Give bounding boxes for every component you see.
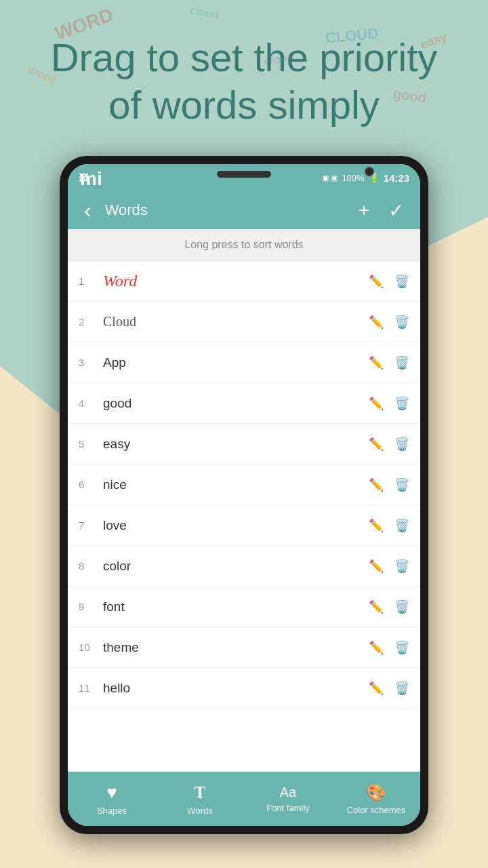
- word-actions: ✏️ 🗑️: [369, 396, 409, 411]
- delete-icon[interactable]: 🗑️: [394, 396, 409, 411]
- edit-icon[interactable]: ✏️: [369, 599, 384, 614]
- word-number: 7: [79, 519, 103, 531]
- word-number: 5: [79, 438, 103, 450]
- mi-logo: mi: [80, 168, 102, 190]
- word-text: love: [103, 518, 369, 533]
- word-actions: ✏️ 🗑️: [369, 355, 409, 370]
- confirm-button[interactable]: ✓: [383, 197, 409, 224]
- word-actions: ✏️ 🗑️: [369, 477, 409, 492]
- word-actions: ✏️ 🗑️: [369, 518, 409, 533]
- word-list-item: 10 theme ✏️ 🗑️: [68, 627, 420, 668]
- word-list-item: 1 Word ✏️ 🗑️: [68, 261, 420, 302]
- delete-icon[interactable]: 🗑️: [394, 518, 409, 533]
- word-actions: ✏️ 🗑️: [369, 681, 409, 696]
- word-list-item: 7 love ✏️ 🗑️: [68, 505, 420, 546]
- toolbar: ‹ Words + ✓: [68, 191, 420, 229]
- nav-label-words: Words: [187, 806, 212, 816]
- add-button[interactable]: +: [353, 197, 375, 224]
- edit-icon[interactable]: ✏️: [369, 274, 384, 289]
- delete-icon[interactable]: 🗑️: [394, 599, 409, 614]
- edit-icon[interactable]: ✏️: [369, 437, 384, 452]
- edit-icon[interactable]: ✏️: [369, 681, 384, 696]
- delete-icon[interactable]: 🗑️: [394, 640, 409, 655]
- word-number: 4: [79, 397, 103, 409]
- word-actions: ✏️ 🗑️: [369, 437, 409, 452]
- edit-icon[interactable]: ✏️: [369, 518, 384, 533]
- word-actions: ✏️ 🗑️: [369, 315, 409, 330]
- word-actions: ✏️ 🗑️: [369, 599, 409, 614]
- nav-item-words[interactable]: T Words: [156, 772, 244, 826]
- headline-line2: of words simply: [108, 83, 380, 127]
- word-list: 1 Word ✏️ 🗑️ 2 Cloud ✏️ 🗑️ 3 App ✏️ 🗑️ 4…: [68, 261, 420, 772]
- word-text: font: [103, 599, 369, 614]
- edit-icon[interactable]: ✏️: [369, 315, 384, 330]
- headline: Drag to set the priority of words simply: [0, 34, 488, 128]
- battery-percent: 100%: [342, 173, 364, 183]
- word-list-item: 8 color ✏️ 🗑️: [68, 546, 420, 587]
- clock: 14:23: [384, 172, 409, 184]
- shapes-icon: ♥: [106, 782, 117, 803]
- word-number: 1: [79, 275, 103, 287]
- word-actions: ✏️ 🗑️: [369, 559, 409, 574]
- toolbar-title: Words: [105, 201, 345, 219]
- nav-label-font_family: Font family: [266, 803, 310, 813]
- word-list-item: 9 font ✏️ 🗑️: [68, 587, 420, 627]
- headline-line1: Drag to set the priority: [51, 35, 438, 79]
- word-text: hello: [103, 681, 369, 696]
- word-number: 6: [79, 479, 103, 490]
- hint-text: Long press to sort words: [184, 239, 303, 250]
- word-number: 10: [79, 642, 103, 653]
- word-actions: ✏️ 🗑️: [369, 274, 409, 289]
- nav-item-color_schemes[interactable]: 🎨 Color schemes: [332, 772, 420, 826]
- edit-icon[interactable]: ✏️: [369, 477, 384, 492]
- word-text: color: [103, 559, 369, 574]
- word-actions: ✏️ 🗑️: [369, 640, 409, 655]
- word-list-item: 6 nice ✏️ 🗑️: [68, 465, 420, 505]
- delete-icon[interactable]: 🗑️: [394, 274, 409, 289]
- word-number: 2: [79, 316, 103, 328]
- signal-icons: ▣ ▣: [322, 174, 338, 182]
- word-number: 3: [79, 357, 103, 368]
- nav-item-shapes[interactable]: ♥ Shapes: [68, 772, 156, 826]
- word-text: nice: [103, 477, 369, 492]
- nav-label-color_schemes: Color schemes: [347, 805, 406, 815]
- screen-content: 🖼 ▣ ▣ 100% 🔋 14:23 ‹ Words + ✓ Long pres…: [68, 164, 420, 826]
- nav-label-shapes: Shapes: [97, 806, 127, 816]
- word-list-item: 4 good ✏️ 🗑️: [68, 383, 420, 424]
- phone-frame: mi 🖼 ▣ ▣ 100% 🔋 14:23 ‹ Words + ✓ Lon: [60, 156, 428, 834]
- back-button[interactable]: ‹: [79, 195, 97, 226]
- delete-icon[interactable]: 🗑️: [394, 437, 409, 452]
- word-text: App: [103, 355, 369, 370]
- word-text: easy: [103, 437, 369, 452]
- phone-speaker: [217, 171, 271, 178]
- edit-icon[interactable]: ✏️: [369, 640, 384, 655]
- word-text: good: [103, 396, 369, 411]
- font-family-icon: Aa: [280, 785, 296, 800]
- word-list-item: 11 hello ✏️ 🗑️: [68, 668, 420, 709]
- edit-icon[interactable]: ✏️: [369, 355, 384, 370]
- word-text: Cloud: [103, 314, 369, 330]
- delete-icon[interactable]: 🗑️: [394, 559, 409, 574]
- word-number: 9: [79, 601, 103, 612]
- delete-icon[interactable]: 🗑️: [394, 681, 409, 696]
- word-text: theme: [103, 640, 369, 655]
- word-list-item: 3 App ✏️ 🗑️: [68, 342, 420, 383]
- word-list-item: 2 Cloud ✏️ 🗑️: [68, 302, 420, 342]
- delete-icon[interactable]: 🗑️: [394, 477, 409, 492]
- words-icon: T: [194, 783, 205, 803]
- delete-icon[interactable]: 🗑️: [394, 355, 409, 370]
- nav-item-font_family[interactable]: Aa Font family: [244, 772, 332, 826]
- edit-icon[interactable]: ✏️: [369, 396, 384, 411]
- bottom-nav: ♥ Shapes T Words Aa Font family 🎨 Color …: [68, 772, 420, 826]
- word-text: Word: [103, 272, 369, 290]
- hint-bar: Long press to sort words: [68, 229, 420, 261]
- color-schemes-icon: 🎨: [366, 783, 386, 802]
- edit-icon[interactable]: ✏️: [369, 559, 384, 574]
- phone-camera: [365, 167, 374, 176]
- delete-icon[interactable]: 🗑️: [394, 315, 409, 330]
- word-list-item: 5 easy ✏️ 🗑️: [68, 424, 420, 465]
- word-number: 8: [79, 560, 103, 572]
- word-number: 11: [79, 682, 103, 694]
